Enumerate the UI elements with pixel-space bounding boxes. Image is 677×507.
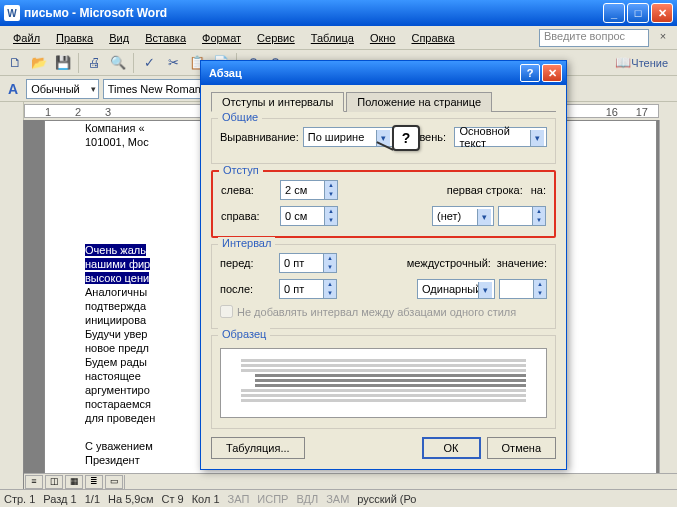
first-label: первая строка: — [447, 184, 527, 196]
dialog-close-button[interactable]: ✕ — [542, 64, 562, 82]
dialog-help-button[interactable]: ? — [520, 64, 540, 82]
main-titlebar: W письмо - Microsoft Word _ □ ✕ — [0, 0, 677, 26]
tab-position[interactable]: Положение на странице — [346, 92, 492, 112]
tab-indents[interactable]: Отступы и интервалы — [211, 92, 344, 112]
vertical-ruler[interactable] — [0, 120, 24, 489]
group-interval: Интервал перед: 0 пт▲▼ междустрочный: зн… — [211, 244, 556, 329]
statusbar: Стр. 1 Разд 1 1/1 На 5,9см Ст 9 Кол 1 ЗА… — [0, 489, 677, 507]
outline-view-button[interactable]: ≣ — [85, 475, 103, 489]
first-dropdown[interactable]: (нет) — [432, 206, 494, 226]
status-line: Ст 9 — [162, 493, 184, 505]
preview-box — [220, 348, 547, 418]
dialog-title: Абзац — [205, 67, 518, 79]
val-spin[interactable]: ▲▼ — [499, 279, 547, 299]
status-col: Кол 1 — [192, 493, 220, 505]
window-title: письмо - Microsoft Word — [24, 6, 603, 20]
style-dropdown[interactable]: Обычный — [26, 79, 99, 99]
horizontal-scrollbar[interactable]: ≡ ◫ ▦ ≣ ▭ — [24, 473, 677, 489]
styles-aa-icon[interactable]: A — [4, 81, 22, 97]
status-lang: русский (Ро — [357, 493, 416, 505]
dialog-tabs: Отступы и интервалы Положение на страниц… — [211, 91, 556, 112]
paragraph-dialog: Абзац ? ✕ Отступы и интервалы Положение … — [200, 60, 567, 470]
vertical-scrollbar[interactable] — [659, 120, 677, 473]
status-at: На 5,9см — [108, 493, 153, 505]
ok-button[interactable]: ОК — [422, 437, 481, 459]
no-gap-checkbox[interactable]: Не добавлять интервал между абзацами одн… — [220, 305, 547, 318]
menu-table[interactable]: Таблица — [304, 30, 361, 46]
dialog-titlebar[interactable]: Абзац ? ✕ — [201, 61, 566, 85]
menu-edit[interactable]: Правка — [49, 30, 100, 46]
left-label: слева: — [221, 184, 276, 196]
group-indent: Отступ слева: 2 см▲▼ первая строка: на: … — [211, 170, 556, 238]
web-view-button[interactable]: ◫ — [45, 475, 63, 489]
cancel-button[interactable]: Отмена — [487, 437, 556, 459]
new-button[interactable]: 🗋 — [4, 52, 26, 74]
doc-selection: нашими фир — [85, 258, 150, 270]
line-label: междустрочный: — [407, 257, 493, 269]
doc-close-button[interactable]: × — [655, 30, 671, 46]
status-pages: 1/1 — [85, 493, 100, 505]
right-label: справа: — [221, 210, 276, 222]
print-button[interactable]: 🖨 — [83, 52, 105, 74]
doc-selection: Очень жаль — [85, 244, 146, 256]
read-mode-button[interactable]: 📖 Чтение — [610, 52, 673, 74]
left-spin[interactable]: 2 см▲▼ — [280, 180, 338, 200]
align-label: Выравнивание: — [220, 131, 299, 143]
tabulation-button[interactable]: Табуляция... — [211, 437, 305, 459]
level-dropdown[interactable]: Основной текст — [454, 127, 547, 147]
read-view-button[interactable]: ▭ — [105, 475, 123, 489]
normal-view-button[interactable]: ≡ — [25, 475, 43, 489]
on-spin[interactable]: ▲▼ — [498, 206, 546, 226]
word-icon: W — [4, 5, 20, 21]
menu-insert[interactable]: Вставка — [138, 30, 193, 46]
menu-window[interactable]: Окно — [363, 30, 403, 46]
before-spin[interactable]: 0 пт▲▼ — [279, 253, 337, 273]
menu-view[interactable]: Вид — [102, 30, 136, 46]
right-spin[interactable]: 0 см▲▼ — [280, 206, 338, 226]
status-zap: ЗАП — [228, 493, 250, 505]
open-button[interactable]: 📂 — [28, 52, 50, 74]
ask-question-input[interactable]: Введите вопрос — [539, 29, 649, 47]
preview-button[interactable]: 🔍 — [107, 52, 129, 74]
menu-format[interactable]: Формат — [195, 30, 248, 46]
group-general: Общие Выравнивание: По ширине Уровень: О… — [211, 118, 556, 164]
after-label: после: — [220, 283, 275, 295]
on-label: на: — [531, 184, 546, 196]
status-vdl: ВДЛ — [296, 493, 318, 505]
line-dropdown[interactable]: Одинарный — [417, 279, 495, 299]
menu-file[interactable]: Файл — [6, 30, 47, 46]
minimize-button[interactable]: _ — [603, 3, 625, 23]
status-page: Стр. 1 — [4, 493, 35, 505]
menubar: Файл Правка Вид Вставка Формат Сервис Та… — [0, 26, 677, 50]
status-isp: ИСПР — [257, 493, 288, 505]
close-button[interactable]: ✕ — [651, 3, 673, 23]
before-label: перед: — [220, 257, 275, 269]
callout-help: ? — [392, 125, 420, 151]
after-spin[interactable]: 0 пт▲▼ — [279, 279, 337, 299]
status-zam: ЗАМ — [326, 493, 349, 505]
group-preview: Образец — [211, 335, 556, 429]
print-view-button[interactable]: ▦ — [65, 475, 83, 489]
maximize-button[interactable]: □ — [627, 3, 649, 23]
cut-button[interactable]: ✂ — [162, 52, 184, 74]
val-label: значение: — [497, 257, 547, 269]
save-button[interactable]: 💾 — [52, 52, 74, 74]
menu-help[interactable]: Справка — [404, 30, 461, 46]
doc-selection: высоко цени — [85, 272, 149, 284]
spell-button[interactable]: ✓ — [138, 52, 160, 74]
menu-tools[interactable]: Сервис — [250, 30, 302, 46]
status-section: Разд 1 — [43, 493, 76, 505]
